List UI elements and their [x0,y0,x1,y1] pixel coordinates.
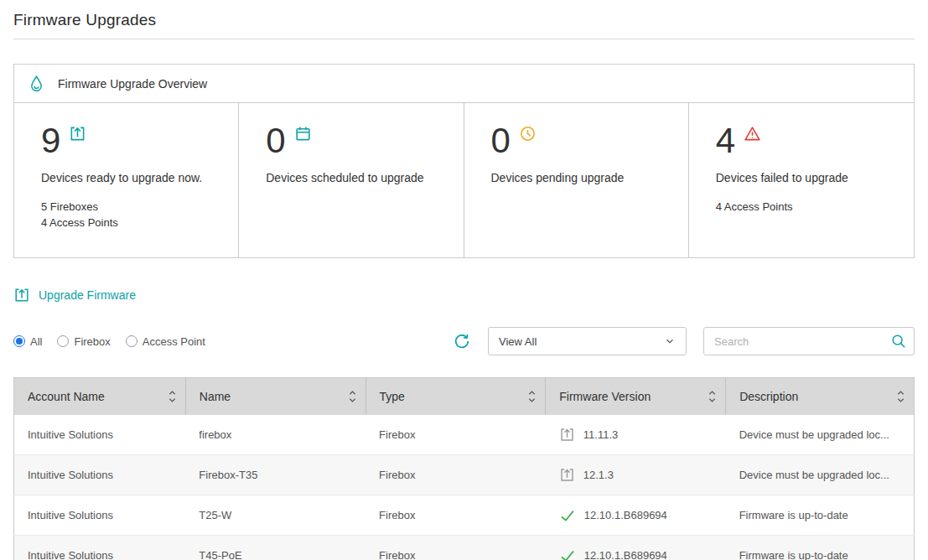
stat-ready-label: Devices ready to upgrade now. [41,171,211,184]
filter-firebox-radio[interactable]: Firebox [57,335,110,348]
radio-selected-icon [13,335,25,347]
stat-scheduled-value: 0 [266,123,285,158]
calendar-icon [294,125,312,143]
stat-failed-value: 4 [716,123,735,158]
page: Firmware Upgrades Firmware Upgrade Overv… [0,0,928,560]
cell-type: Firebox [365,536,546,560]
sort-icon[interactable] [168,389,177,404]
sort-icon[interactable] [348,389,357,404]
view-all-dropdown-value: View All [499,335,537,348]
cell-name: T25-W [185,495,365,536]
column-header-name[interactable]: Name [185,378,365,415]
column-header-description[interactable]: Description [726,378,915,415]
check-icon [559,547,576,560]
stat-pending-value: 0 [491,123,511,158]
stat-ready-details: 5 Fireboxes 4 Access Points [41,200,211,231]
cell-firmware-version: 12.1.3 [546,455,726,495]
table-header-row: Account Name Name [14,378,915,415]
view-all-dropdown[interactable]: View All [488,327,687,355]
search-icon[interactable] [890,333,907,350]
cell-firmware-version: 11.11.3 [546,415,726,455]
stat-failed: 4 Devices failed to upgrade 4 Access Poi… [689,103,914,257]
overview-card-header: Firmware Upgrade Overview [14,65,914,103]
stat-pending-label: Devices pending upgrade [491,171,661,184]
stat-failed-details: 4 Access Points [716,200,887,215]
cell-firmware-version: 12.10.1.B689694 [546,495,726,536]
filter-access-point-radio[interactable]: Access Point [126,335,205,348]
filter-access-point-label: Access Point [143,335,205,348]
upgrade-firmware-button[interactable]: Upgrade Firmware [13,287,136,303]
stat-ready: 9 Devices ready to upgrade now. 5 Firebo… [14,103,239,257]
check-icon [559,507,576,524]
refresh-button[interactable] [453,332,471,350]
upload-icon [69,125,86,143]
droplet-icon [28,75,45,92]
cell-description: Device must be upgraded loc... [726,415,915,455]
column-header-firmware-version[interactable]: Firmware Version [546,378,726,415]
upload-icon [559,467,575,483]
cell-type: Firebox [365,495,546,536]
column-header-account-name[interactable]: Account Name [14,378,186,415]
stat-pending: 0 Devices pending upgrade [464,103,689,257]
sort-icon[interactable] [527,389,537,404]
filter-all-radio[interactable]: All [13,335,42,348]
cell-account-name: Intuitive Solutions [14,415,186,455]
cell-type: Firebox [365,455,546,495]
search-box [703,327,915,355]
stat-failed-label: Devices failed to upgrade [716,171,887,184]
table-row[interactable]: Intuitive Solutions firebox Firebox 11.1… [14,415,915,455]
cell-description: Device must be upgraded loc... [726,455,915,495]
cell-description: Firmware is up-to-date [726,536,915,560]
radio-unselected-icon [57,335,69,347]
table-row[interactable]: Intuitive Solutions T25-W Firebox 12.10.… [14,495,915,536]
warning-icon [744,125,761,143]
stat-scheduled-label: Devices scheduled to upgrade [266,171,436,184]
search-input[interactable] [703,327,915,355]
device-table: Account Name Name [13,377,915,560]
cell-account-name: Intuitive Solutions [14,536,186,560]
stat-scheduled: 0 Devices scheduled to upgrade [239,103,464,257]
upgrade-firmware-label: Upgrade Firmware [39,288,136,302]
device-type-filter: All Firebox Access Point [13,335,205,348]
overview-stats: 9 Devices ready to upgrade now. 5 Firebo… [14,103,914,257]
cell-type: Firebox [365,415,546,455]
cell-name: T45-PoE [185,536,365,560]
cell-account-name: Intuitive Solutions [14,455,186,495]
overview-card: Firmware Upgrade Overview 9 Devices read… [13,64,915,258]
controls-row: All Firebox Access Point View All [13,327,915,355]
radio-unselected-icon [126,335,137,347]
page-header: Firmware Upgrades [13,0,915,39]
filter-firebox-label: Firebox [74,335,110,348]
table-row[interactable]: Intuitive Solutions Firebox-T35 Firebox … [14,455,915,495]
sort-icon[interactable] [896,389,905,404]
filter-all-label: All [30,335,42,348]
cell-firmware-version: 12.10.1.B689694 [546,536,726,560]
chevron-down-icon [664,335,676,347]
column-header-type[interactable]: Type [365,378,546,415]
page-title: Firmware Upgrades [13,11,915,29]
cell-name: firebox [185,415,365,455]
clock-icon [519,125,537,143]
table-row[interactable]: Intuitive Solutions T45-PoE Firebox 12.1… [14,536,915,560]
cell-description: Firmware is up-to-date [726,495,915,536]
upload-icon [559,427,575,443]
stat-ready-value: 9 [41,123,60,158]
upload-icon [13,287,30,303]
right-controls: View All [453,327,915,355]
sort-icon[interactable] [708,389,717,404]
cell-account-name: Intuitive Solutions [14,495,186,536]
cell-name: Firebox-T35 [185,455,365,495]
overview-title: Firmware Upgrade Overview [58,77,207,91]
